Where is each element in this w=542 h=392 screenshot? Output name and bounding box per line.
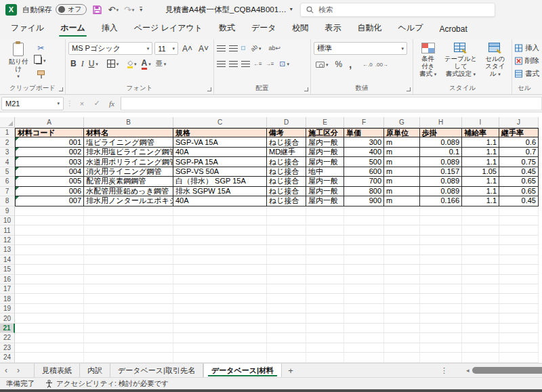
- fill-color-button[interactable]: ◇▾: [125, 58, 138, 70]
- cell-F17[interactable]: [344, 284, 384, 294]
- cell-C17[interactable]: [173, 284, 267, 294]
- row-header-7[interactable]: 7: [0, 187, 15, 196]
- cell-J20[interactable]: [499, 313, 539, 323]
- grow-font-button[interactable]: A˄: [180, 43, 194, 55]
- cell-C22[interactable]: [173, 333, 267, 343]
- cell-E1[interactable]: 施工区分: [306, 128, 344, 137]
- cell-D14[interactable]: [267, 255, 306, 265]
- copy-button[interactable]: ▾: [34, 54, 48, 66]
- cell-D15[interactable]: [267, 265, 306, 274]
- cell-I10[interactable]: [462, 216, 499, 225]
- cell-J4[interactable]: 0.75: [499, 157, 539, 167]
- cell-H21[interactable]: [420, 324, 462, 333]
- cell-J13[interactable]: [499, 245, 539, 255]
- underline-button[interactable]: U▾: [87, 58, 100, 70]
- column-header-B[interactable]: B: [84, 117, 173, 128]
- cell-A14[interactable]: [15, 255, 84, 265]
- cell-H19[interactable]: [420, 304, 462, 313]
- cell-E6[interactable]: 屋内一般: [306, 177, 344, 186]
- cell-H12[interactable]: [420, 236, 462, 245]
- cell-D20[interactable]: [267, 313, 306, 323]
- cell-E20[interactable]: [306, 313, 344, 323]
- cell-D6[interactable]: ねじ接合: [267, 177, 306, 186]
- cell-A17[interactable]: [15, 284, 84, 294]
- cell-C21[interactable]: [173, 324, 267, 333]
- cell-F22[interactable]: [344, 333, 384, 343]
- cell-E12[interactable]: [306, 236, 344, 245]
- cell-C11[interactable]: [173, 225, 267, 235]
- cell-I24[interactable]: [462, 353, 499, 362]
- cell-A8[interactable]: 007: [15, 196, 84, 206]
- cell-J14[interactable]: [499, 255, 539, 265]
- cell-B23[interactable]: [84, 343, 173, 353]
- cell-B16[interactable]: [84, 275, 173, 284]
- cell-B24[interactable]: [84, 353, 173, 362]
- sheet-tab-1[interactable]: 見積表紙: [34, 364, 80, 377]
- cell-J11[interactable]: [499, 225, 539, 235]
- cell-F5[interactable]: 600: [344, 167, 384, 177]
- cell-J21[interactable]: [499, 324, 539, 333]
- cell-F1[interactable]: 単価: [344, 128, 384, 137]
- horizontal-scrollbar-thumb[interactable]: [472, 367, 542, 374]
- cell-I22[interactable]: [462, 333, 499, 343]
- cell-C16[interactable]: [173, 275, 267, 284]
- name-box[interactable]: M21▾: [1, 97, 64, 110]
- cell-J23[interactable]: [499, 343, 539, 353]
- cell-A1[interactable]: 材料コード: [15, 128, 84, 137]
- orientation-button[interactable]: ab▾: [249, 42, 264, 54]
- row-header-11[interactable]: 11: [0, 225, 15, 235]
- ribbon-tab-3[interactable]: 挿入: [93, 18, 126, 39]
- cell-C19[interactable]: [173, 304, 267, 313]
- cell-J6[interactable]: 0.65: [499, 177, 539, 186]
- cell-G6[interactable]: m: [384, 177, 420, 186]
- cell-C8[interactable]: 40A: [173, 196, 267, 206]
- row-header-24[interactable]: 24: [0, 353, 15, 362]
- sheet-tab-4[interactable]: データベース|材料: [203, 364, 282, 377]
- cell-I12[interactable]: [462, 236, 499, 245]
- cell-C4[interactable]: SGP-PA 15A: [173, 157, 267, 167]
- wrap-text-button[interactable]: ab↩: [267, 42, 283, 54]
- insert-function-button[interactable]: fx: [106, 100, 118, 108]
- cell-H20[interactable]: [420, 313, 462, 323]
- cell-E3[interactable]: 屋内一般: [306, 148, 344, 157]
- cell-D10[interactable]: [267, 216, 306, 225]
- cell-I9[interactable]: [462, 206, 499, 216]
- cell-I11[interactable]: [462, 225, 499, 235]
- row-header-20[interactable]: 20: [0, 313, 15, 323]
- cell-E10[interactable]: [306, 216, 344, 225]
- cell-D19[interactable]: [267, 304, 306, 313]
- cell-B15[interactable]: [84, 265, 173, 274]
- cell-E13[interactable]: [306, 245, 344, 255]
- row-header-14[interactable]: 14: [0, 255, 15, 265]
- cell-G17[interactable]: [384, 284, 420, 294]
- cell-A5[interactable]: 004: [15, 167, 84, 177]
- comma-format-button[interactable]: ,: [347, 58, 354, 70]
- cell-E16[interactable]: [306, 275, 344, 284]
- column-header-G[interactable]: G: [384, 117, 420, 128]
- delete-cells-button[interactable]: 削除: [515, 55, 539, 67]
- row-header-4[interactable]: 4: [0, 157, 15, 167]
- cell-styles-button[interactable]: セルのスタイル ▾: [482, 42, 509, 83]
- cell-F9[interactable]: [344, 206, 384, 216]
- cell-E24[interactable]: [306, 353, 344, 362]
- column-header-H[interactable]: H: [420, 117, 462, 128]
- cell-I21[interactable]: [462, 324, 499, 333]
- cell-A9[interactable]: [15, 206, 84, 216]
- cell-F4[interactable]: 500: [344, 157, 384, 167]
- cell-D12[interactable]: [267, 236, 306, 245]
- select-all-corner[interactable]: [0, 117, 15, 128]
- cell-G19[interactable]: [384, 304, 420, 313]
- cell-I3[interactable]: 1.1: [462, 148, 499, 157]
- cell-E9[interactable]: [306, 206, 344, 216]
- cancel-button[interactable]: ×: [76, 100, 88, 108]
- cell-E22[interactable]: [306, 333, 344, 343]
- cell-C20[interactable]: [173, 313, 267, 323]
- cell-C6[interactable]: 白（排水） SGP 15A: [173, 177, 267, 186]
- cell-C10[interactable]: [173, 216, 267, 225]
- cell-F8[interactable]: 900: [344, 196, 384, 206]
- cell-H8[interactable]: 0.166: [420, 196, 462, 206]
- cell-H9[interactable]: [420, 206, 462, 216]
- cell-F19[interactable]: [344, 304, 384, 313]
- cell-G13[interactable]: [384, 245, 420, 255]
- document-title[interactable]: 見積書A4横一体型_CQBA4B001…▾: [165, 5, 292, 15]
